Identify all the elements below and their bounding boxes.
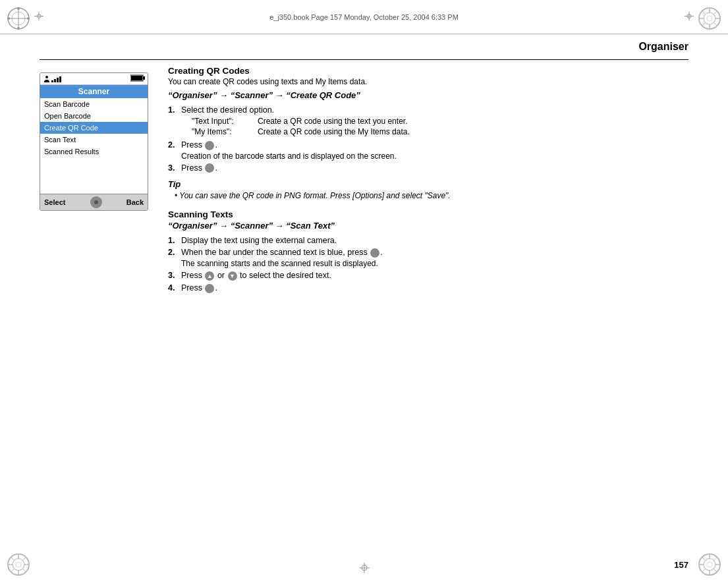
step-3-text: Press (181, 163, 204, 173)
scan-step-1-content: Display the text using the external came… (181, 236, 688, 245)
center-button-icon-3 (370, 248, 379, 258)
phone-menu: Scan Barcode Open Barcode Create QR Code… (40, 98, 148, 194)
phone-menu-header: Scanner (40, 85, 148, 98)
scan-step-4: 4. Press . (168, 283, 688, 293)
scan-step-2-text: When the bar under the scanned text is b… (181, 248, 370, 257)
phone-footer-back[interactable]: Back (126, 198, 144, 206)
qr-steps: 1. Select the desired option. "Text Inpu… (168, 105, 688, 173)
step-2-note: Creation of the barcode starts and is di… (181, 152, 688, 161)
step-1-text: Select the desired option. (181, 105, 274, 115)
phone-center-button[interactable] (90, 196, 102, 208)
svg-line-40 (702, 569, 705, 572)
step-1-content: Select the desired option. "Text Input":… (181, 105, 688, 138)
menu-item-open-barcode[interactable]: Open Barcode (40, 110, 148, 122)
scan-step-2-content: When the bar under the scanned text is b… (181, 248, 688, 268)
step-2-content: Press . Creation of the barcode starts a… (181, 140, 688, 161)
header-book-info: e_j350.book Page 157 Monday, October 25,… (269, 13, 459, 21)
scan-section: Scanning Texts “Organiser” → “Scanner” →… (168, 209, 688, 292)
top-bar: e_j350.book Page 157 Monday, October 25,… (0, 0, 728, 34)
scan-step-2-note: The scanning starts and the scanned resu… (181, 259, 688, 268)
scan-section-title: Scanning Texts (168, 209, 688, 219)
step-num-1: 1. (168, 105, 179, 115)
scan-step-2-period: . (380, 248, 382, 257)
menu-item-scanned-results[interactable]: Scanned Results (40, 146, 148, 157)
tip-title: Tip (168, 179, 688, 189)
sub-item-text-input-label: "Text Input": (192, 117, 258, 126)
sub-item-text-input-desc: Create a QR code using the text you ente… (258, 117, 688, 126)
center-button-icon-4 (205, 284, 214, 293)
scan-step-num-4: 4. (168, 283, 179, 292)
phone-mockup: Scanner Scan Barcode Open Barcode Create… (40, 72, 148, 543)
step-num-2: 2. (168, 140, 179, 150)
content-area: Creating QR Codes You can create QR code… (168, 66, 688, 543)
svg-rect-53 (143, 76, 145, 80)
page-title: Organiser (638, 41, 688, 53)
svg-point-47 (45, 76, 48, 78)
battery-icon (130, 74, 145, 83)
step-2-period: . (215, 140, 217, 150)
scan-step-4-content: Press . (181, 283, 688, 293)
menu-item-scan-text[interactable]: Scan Text (40, 134, 148, 146)
tip-bullet: • You can save the QR code in PNG format… (168, 191, 688, 200)
svg-line-26 (11, 557, 14, 560)
phone-footer-select[interactable]: Select (44, 198, 65, 206)
scan-step-4-text: Press (181, 283, 204, 292)
main-content: Scanner Scan Barcode Open Barcode Create… (40, 66, 688, 543)
qr-section: Creating QR Codes You can create QR code… (168, 66, 688, 200)
title-divider (40, 59, 688, 60)
menu-item-create-qr[interactable]: Create QR Code (40, 122, 148, 134)
down-arrow-icon: ▼ (228, 271, 237, 281)
svg-point-21 (16, 562, 21, 567)
qr-step-3: 3. Press . (168, 163, 688, 173)
svg-rect-54 (131, 76, 142, 80)
qr-section-title: Creating QR Codes (168, 66, 688, 76)
or-text: or (217, 271, 227, 280)
scan-step-num-3: 3. (168, 271, 179, 280)
svg-rect-48 (51, 80, 53, 82)
svg-point-55 (94, 200, 98, 204)
qr-tip: Tip • You can save the QR code in PNG fo… (168, 179, 688, 200)
page-number: 157 (674, 560, 688, 570)
svg-rect-50 (57, 78, 59, 82)
scan-step-1-text: Display the text using the external came… (181, 236, 337, 245)
svg-line-39 (714, 557, 717, 560)
scan-step-3: 3. Press ▲ or ▼ to select the desired te… (168, 271, 688, 281)
svg-rect-51 (59, 76, 61, 82)
qr-step-2: 2. Press . Creation of the barcode start… (168, 140, 688, 161)
svg-point-20 (13, 559, 24, 570)
svg-line-28 (23, 557, 26, 560)
scan-step-1: 1. Display the text using the external c… (168, 236, 688, 245)
signal-bars (43, 75, 63, 83)
bottom-center-crosshair (359, 563, 370, 575)
svg-point-32 (707, 562, 712, 567)
qr-section-subtitle: You can create QR codes using texts and … (168, 77, 688, 86)
scan-step-3-content: Press ▲ or ▼ to select the desired text. (181, 271, 688, 281)
phone-status-bar (40, 73, 148, 85)
corner-decoration-br (696, 551, 723, 578)
center-button-icon-2 (205, 163, 214, 173)
step-3-period: . (215, 163, 217, 173)
qr-step-1: 1. Select the desired option. "Text Inpu… (168, 105, 688, 138)
step-1-sub-items: "Text Input": Create a QR code using the… (192, 117, 688, 136)
scan-step-3-suffix: to select the desired text. (240, 271, 331, 280)
phone-footer: Select Back (40, 194, 148, 210)
scan-steps: 1. Display the text using the external c… (168, 236, 688, 292)
step-3-content: Press . (181, 163, 688, 173)
svg-point-31 (704, 559, 715, 570)
step-2-text: Press (181, 140, 204, 150)
menu-item-scan-barcode[interactable]: Scan Barcode (40, 98, 148, 110)
sub-item-my-items-label: "My Items": (192, 127, 258, 136)
qr-nav-path: “Organiser” → “Scanner” → “Create QR Cod… (168, 90, 688, 100)
scan-step-4-period: . (215, 283, 217, 292)
svg-line-27 (23, 569, 26, 572)
scan-step-num-2: 2. (168, 248, 179, 257)
scan-nav-path: “Organiser” → “Scanner” → “Scan Text” (168, 221, 688, 231)
scan-step-3-text: Press (181, 271, 204, 280)
svg-line-38 (714, 569, 717, 572)
sub-item-text-input: "Text Input": Create a QR code using the… (192, 117, 688, 126)
corner-decoration-bl (5, 551, 32, 578)
up-arrow-icon: ▲ (205, 271, 214, 281)
scan-step-num-1: 1. (168, 236, 179, 245)
sub-item-my-items-desc: Create a QR code using the My Items data… (258, 127, 688, 136)
center-button-icon-1 (205, 141, 214, 150)
